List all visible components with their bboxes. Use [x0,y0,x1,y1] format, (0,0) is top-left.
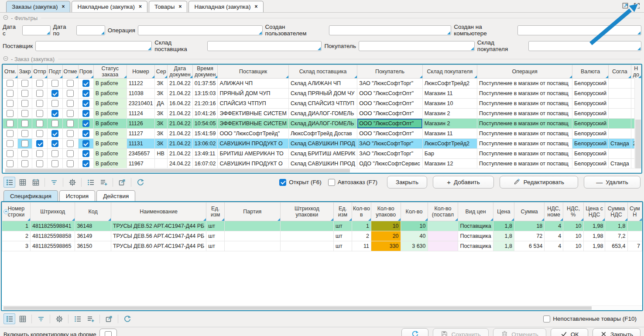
order-cell-status[interactable]: В работе [93,109,127,119]
delete-order-button[interactable]: —Удалить [584,176,641,189]
order-row[interactable]: В работе11122ЗК21.04.2201:37:55АЛИЖАН ЧП… [3,79,641,89]
otmen-checkbox[interactable] [67,120,74,127]
order-cell-doc-time[interactable]: 13:06:02 [192,139,218,149]
unsupplied-f10-checkbox-box[interactable] [543,315,550,322]
order-cell-number[interactable]: 11122 [127,79,155,89]
spec-col-price-type-header[interactable]: Вид цен [458,202,493,221]
spec-cell-qty[interactable]: 10 [401,221,428,231]
spec-cell-price-type[interactable]: Поставщика [458,231,493,241]
spec-cell-sum[interactable]: 72 [514,231,544,241]
order-cell-buyer[interactable]: ЗАО "ЛюксСофтТорг" [357,79,422,89]
order-cell-otm[interactable] [3,89,18,99]
otm-checkbox[interactable] [7,80,14,87]
orders-col-supplier-header[interactable]: Поставщик [218,65,288,79]
tab-close-icon[interactable]: × [62,3,65,10]
order-cell-buyer-warehouse[interactable]: Магазин 10 [422,99,477,109]
order-cell-zakr[interactable] [17,109,32,119]
order-cell-status[interactable]: В работе [93,99,127,109]
order-cell-currency[interactable]: Белорусский [572,139,609,149]
podt-checkbox[interactable] [51,130,58,137]
order-cell-podt[interactable] [48,129,63,139]
order-cell-operation[interactable]: Поступление в магазин от поставщ [477,109,572,119]
order-cell-zakr[interactable] [17,99,32,109]
order-cell-otmen[interactable] [62,119,78,129]
spec-cell-pack-barcode[interactable] [280,241,333,251]
order-cell-otmen[interactable] [62,79,78,89]
order-cell-operation[interactable]: Поступление в магазин от поставщ [477,129,572,139]
podt-checkbox[interactable] [51,100,58,107]
order-cell-buyer-warehouse[interactable]: Бар [422,149,477,159]
order-cell-status[interactable]: В работе [93,89,127,99]
spec-hscrollbar[interactable] [2,305,642,310]
spec-cell-name[interactable]: ТРУСЫ ДЕВ.52 АРТ.4С1947-Д44 РБ [111,221,206,231]
collapse-filters-icon[interactable] [3,14,9,22]
orders-col-buyer-warehouse-header[interactable]: Склад покупателя [422,65,477,79]
order-cell-buyer[interactable]: ООО "ЛюксСофтОпт" [357,109,422,119]
orders-col-status-header[interactable]: Статус заказа [93,65,127,79]
order-cell-podt[interactable] [48,149,63,159]
order-cell-doc-time[interactable]: 15:41:59 [192,129,218,139]
otm-checkbox[interactable] [7,130,14,137]
order-row[interactable]: В работе11126ЗК21.04.2210:54:05ЭФФЕКТИВН… [3,119,641,129]
spec-cell-barcode[interactable]: 4811825598865 [30,241,75,251]
spec-cell-vat-sum[interactable]: 7,2 [605,231,627,241]
order-cell-supplier-warehouse[interactable]: Склад ДИАЛОГ-ГОМЕЛЬ [288,109,357,119]
document-tab-3[interactable]: Товары× [149,1,187,12]
order-cell-buyer[interactable]: ЗАО "ЛюксСофтТорг" [357,149,422,159]
filter-icon[interactable] [48,177,60,188]
zakr-checkbox[interactable] [21,80,28,87]
spec-cell-vat-number[interactable]: 4 [545,241,563,251]
spec-cell-vat-sum[interactable]: 653,4 [605,241,627,251]
order-cell-buyer[interactable]: ООО "ЛюксСофтОпт" [357,119,422,129]
orders-col-contract-header[interactable]: Н до [631,65,641,79]
orders-col-otm-header[interactable]: Отм. [3,65,18,79]
spec-cell-line-number[interactable]: 1 [2,221,31,231]
close-button[interactable]: Закрыть [593,328,641,336]
order-row[interactable]: В работе11124ЗК21.04.2210:41:26ЭФФЕКТИВН… [3,109,641,119]
spec-cell-sum[interactable]: 6 534 [514,241,544,251]
order-cell-podt[interactable] [48,159,63,169]
order-cell-buyer[interactable]: ООО "ЛюксСофтОпт" [357,129,422,139]
spec-cell-qty-in[interactable]: 2 [352,231,371,241]
save-button[interactable]: Сохранить [433,328,489,336]
otmen-checkbox[interactable] [67,80,74,87]
spec-cell-pack-barcode[interactable] [280,221,333,231]
spec-col-batch-header[interactable]: Партия [225,202,281,221]
order-cell-buyer-warehouse[interactable]: Магазин 11 [422,129,477,139]
order-cell-supplier[interactable]: СПАЙСИЗ ЧТПУП [218,99,288,109]
otpr-checkbox[interactable] [36,150,43,157]
spec-col-qty-header[interactable]: Кол-во [401,202,428,221]
order-cell-series[interactable]: ЗК [155,79,168,89]
prov-checkbox[interactable] [82,120,89,127]
spec-col-vat-sum-header[interactable]: Сумма НДС [605,202,627,221]
order-cell-podt[interactable] [48,89,63,99]
order-cell-supplier[interactable]: БРИТИШ АМЕРИКАН ТО [218,149,288,159]
orders-col-otpr-header[interactable]: Отпр [32,65,48,79]
podt-checkbox[interactable] [51,80,58,87]
spec-cell-batch[interactable] [225,241,281,251]
order-cell-podt[interactable] [48,99,63,109]
numbered-list-icon[interactable] [85,177,96,188]
order-cell-prov[interactable] [78,139,93,149]
order-cell-supplier[interactable]: САВУШКИН ПРОДУКТ О [218,159,288,169]
otm-checkbox[interactable] [7,160,14,167]
spec-cell-barcode[interactable]: 4811825598858 [30,231,75,241]
spec-col-vat-percent-header[interactable]: НДС, % [563,202,583,221]
open-external-icon[interactable] [116,177,128,188]
order-cell-operation[interactable]: Поступление в магазин от поставщ [477,159,572,169]
ok-button[interactable]: ОК [551,328,588,336]
zakr-checkbox[interactable] [21,90,28,97]
order-cell-status[interactable]: В работе [93,149,127,159]
details-list-icon[interactable] [3,313,15,324]
order-cell-number[interactable]: 23210401 [127,99,155,109]
orders-vscroll-thumb[interactable] [635,120,641,168]
spec-row[interactable]: 3481182559886536150ТРУСЫ ДЕВ.60 АРТ.4С19… [2,241,642,251]
otmen-checkbox[interactable] [67,130,74,137]
spec-cell-qty-supplied[interactable] [428,231,458,241]
numbered-list-icon[interactable] [72,313,83,324]
order-row[interactable]: В работе23210401ДА16.04.2221:20:16СПАЙСИ… [3,99,641,109]
orders-col-doc-time-header[interactable]: Время докумен [192,65,218,79]
tab-close-icon[interactable]: × [178,3,182,10]
order-cell-prov[interactable] [78,119,93,129]
order-cell-buyer-warehouse[interactable]: Магазин 11 [422,89,477,99]
